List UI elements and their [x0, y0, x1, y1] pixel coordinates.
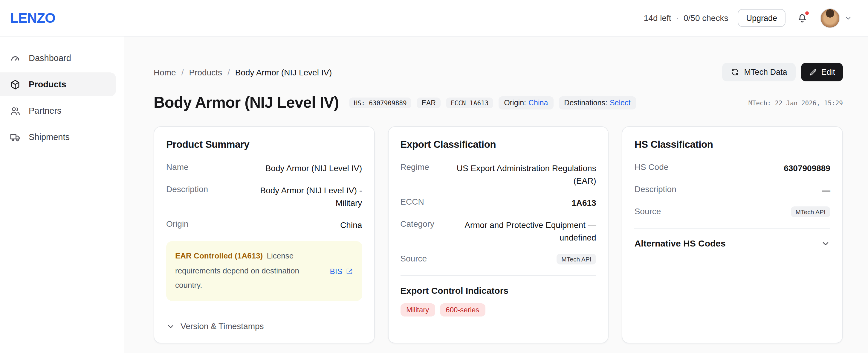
pencil-icon [808, 68, 817, 76]
sidebar-item-label: Partners [29, 106, 62, 115]
breadcrumb-current: Body Armor (NIJ Level IV) [235, 67, 332, 77]
toolbar-row: Home / Products / Body Armor (NIJ Level … [154, 63, 843, 81]
refresh-icon [730, 68, 739, 77]
logo[interactable]: LENZO [10, 10, 55, 26]
sidebar-item-dashboard[interactable]: Dashboard [0, 46, 116, 70]
field-label: Description [634, 184, 676, 194]
mtech-data-button[interactable]: MTech Data [722, 63, 795, 81]
field-row-description: Description Body Armor (NIJ Level IV) - … [166, 184, 362, 209]
field-label: Origin [166, 219, 189, 229]
cards-row: Product Summary Name Body Armor (NIJ Lev… [154, 126, 843, 344]
field-row-source: Source MTech API [634, 206, 830, 217]
page-title: Body Armor (NIJ Level IV) [154, 93, 339, 112]
export-classification-card: Export Classification Regime US Export A… [388, 126, 609, 344]
source-badge: MTech API [557, 254, 596, 264]
people-icon [9, 105, 21, 116]
box-icon [9, 79, 21, 90]
field-label: ECCN [400, 197, 424, 206]
bis-link[interactable]: BIS [330, 267, 353, 275]
checks-count: 0/50 checks [684, 13, 728, 23]
card-title: Export Classification [400, 139, 596, 150]
hs-classification-card: HS Classification HS Code 6307909889 Des… [622, 126, 843, 344]
field-label: HS Code [634, 162, 669, 172]
field-row-description: Description — [634, 184, 830, 197]
field-row-name: Name Body Armor (NIJ Level IV) [166, 162, 362, 175]
field-label: Description [166, 184, 208, 194]
notifications-button[interactable] [795, 11, 809, 25]
breadcrumb-separator: / [227, 67, 230, 77]
sidebar-item-label: Shipments [29, 132, 70, 142]
bis-link-label: BIS [330, 267, 342, 275]
main-content: Home / Products / Body Armor (NIJ Level … [124, 36, 868, 353]
field-row-hs-code: HS Code 6307909889 [634, 162, 830, 175]
destinations-select-link[interactable]: Select [610, 98, 631, 107]
field-value: — [822, 184, 830, 197]
edit-label: Edit [821, 68, 835, 77]
chevron-down-icon[interactable] [844, 14, 852, 22]
card-title: Product Summary [166, 139, 362, 150]
eccn-badge: ECCN 1A613 [446, 97, 493, 108]
export-indicators-title: Export Control Indicators [400, 285, 596, 296]
sidebar-item-products[interactable]: Products [0, 72, 116, 96]
edit-button[interactable]: Edit [801, 63, 843, 81]
topbar: 14d left · 0/50 checks Upgrade [124, 0, 868, 36]
field-value: Armor and Protective Equipment — undefin… [455, 219, 596, 244]
field-row-regime: Regime US Export Administration Regulati… [400, 162, 596, 187]
field-value: China [340, 219, 362, 232]
alternative-hs-codes-toggle[interactable]: Alternative HS Codes [634, 229, 830, 248]
product-summary-card: Product Summary Name Body Armor (NIJ Lev… [154, 126, 374, 344]
field-label: Name [166, 162, 189, 172]
logo-area: LENZO [0, 0, 124, 36]
sidebar-item-label: Products [29, 80, 66, 89]
chevron-down-icon [821, 238, 830, 248]
truck-icon [9, 131, 21, 143]
destinations-badge: Destinations: Select [559, 96, 636, 109]
avatar[interactable] [820, 8, 840, 28]
upgrade-button[interactable]: Upgrade [738, 9, 785, 27]
version-timestamps-label: Version & Timestamps [181, 321, 264, 331]
sidebar: Dashboard Products Partners Shipments [0, 36, 124, 353]
field-row-eccn: ECCN 1A613 [400, 197, 596, 209]
ear-controlled-alert: EAR Controlled (1A613) License requireme… [166, 241, 362, 301]
title-row: Body Armor (NIJ Level IV) HS: 6307909889… [154, 93, 843, 112]
external-link-icon [345, 267, 353, 275]
origin-label: Origin: [504, 98, 526, 107]
toolbar-actions: MTech Data Edit [722, 63, 843, 81]
gauge-icon [9, 52, 21, 64]
field-value: US Export Administration Regulations (EA… [447, 162, 596, 187]
breadcrumb-products[interactable]: Products [189, 67, 222, 77]
field-row-category: Category Armor and Protective Equipment … [400, 219, 596, 244]
military-badge: Military [400, 303, 435, 317]
breadcrumb-separator: / [181, 67, 184, 77]
alert-title: EAR Controlled (1A613) [175, 251, 263, 260]
field-value: 6307909889 [784, 162, 830, 175]
field-row-origin: Origin China [166, 219, 362, 232]
trial-status: 14d left · 0/50 checks [644, 13, 728, 23]
user-menu[interactable] [820, 8, 852, 28]
breadcrumb-home[interactable]: Home [154, 67, 176, 77]
alternative-hs-codes-label: Alternative HS Codes [634, 238, 726, 248]
mtech-data-label: MTech Data [744, 68, 787, 77]
field-row-source: Source MTech API [400, 254, 596, 264]
sidebar-item-shipments[interactable]: Shipments [0, 125, 116, 149]
destinations-label: Destinations: [564, 98, 607, 107]
alert-text: EAR Controlled (1A613) License requireme… [175, 249, 322, 293]
field-label: Source [400, 254, 427, 263]
sidebar-item-partners[interactable]: Partners [0, 99, 116, 123]
card-title: HS Classification [634, 139, 830, 150]
origin-badge: Origin: China [499, 96, 553, 109]
version-timestamps-toggle[interactable]: Version & Timestamps [166, 312, 264, 331]
notification-dot [805, 11, 809, 16]
field-label: Regime [400, 162, 429, 172]
dot-separator: · [676, 13, 679, 23]
field-label: Source [634, 206, 661, 216]
breadcrumb: Home / Products / Body Armor (NIJ Level … [154, 67, 332, 77]
series-600-badge: 600-series [440, 303, 485, 317]
source-badge: MTech API [791, 206, 830, 217]
field-label: Category [400, 219, 434, 229]
mtech-timestamp: MTech: 22 Jan 2026, 15:29 [748, 99, 843, 106]
indicator-badges: Military 600-series [400, 303, 596, 317]
app-frame: LENZO 14d left · 0/50 checks Upgrade [0, 0, 868, 353]
origin-link[interactable]: China [528, 98, 548, 107]
field-value: 1A613 [571, 197, 596, 209]
